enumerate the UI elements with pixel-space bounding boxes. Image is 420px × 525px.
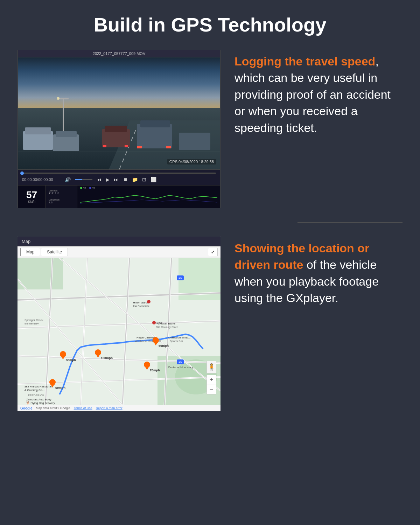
svg-rect-3 — [25, 127, 51, 134]
svg-text:IHOP: IHOP — [156, 322, 162, 324]
svg-rect-9 — [125, 145, 128, 147]
svg-text:78mph: 78mph — [150, 369, 160, 372]
section1-highlight: Logging the travel speed — [234, 55, 375, 68]
section2-text: Showing the location or driven route of … — [234, 240, 402, 307]
map-tab-map[interactable]: Map — [20, 248, 40, 256]
map-toolbar: Map Satellite ⤢ — [18, 246, 220, 258]
legend-dot-v1 — [80, 187, 82, 189]
longitude-row: Longitude: 2.3 — [49, 198, 74, 204]
fullscreen-icon[interactable]: ⬜ — [150, 177, 156, 182]
map-zoom-controls: + − — [206, 375, 216, 394]
map-col: Map Map Satellite ⤢ — [18, 237, 220, 411]
volume-icon[interactable]: 🔊 — [65, 177, 71, 182]
svg-text:& Catering Co...: & Catering Co... — [24, 388, 44, 392]
svg-text:Zamora's Auto Body: Zamora's Auto Body — [26, 398, 51, 401]
longitude-label: Longitude: — [49, 198, 74, 201]
svg-point-80 — [49, 379, 56, 385]
zoom-out-button[interactable]: − — [206, 385, 216, 394]
player-controls: 00:00:00/00:00:00 🔊 ⏮ ▶ ⏭ ⏹ 📁 ⊡ ⬜ — [18, 169, 220, 185]
chart-legend: V1 V2 — [80, 187, 217, 189]
speed-chart-svg — [80, 190, 217, 204]
controls-row: 00:00:00/00:00:00 🔊 ⏮ ▶ ⏭ ⏹ 📁 ⊡ ⬜ — [22, 177, 216, 182]
legend-dot-v2 — [89, 187, 91, 189]
data-panel: 57 KM/h Latitude: 1111111 Longitude: 2.3 — [18, 185, 220, 208]
svg-text:66mph: 66mph — [159, 344, 169, 348]
svg-text:🐕 Flying Dog Brewery: 🐕 Flying Dog Brewery — [26, 401, 55, 405]
svg-rect-20 — [18, 258, 63, 289]
map-report[interactable]: Report a map error — [96, 406, 122, 410]
svg-text:85: 85 — [178, 361, 182, 364]
svg-point-71 — [95, 349, 101, 356]
progress-bar[interactable] — [22, 173, 216, 174]
svg-rect-5 — [56, 131, 77, 137]
map-expand-button[interactable]: ⤢ — [208, 248, 218, 256]
svg-rect-7 — [105, 126, 127, 132]
svg-text:50mph: 50mph — [55, 386, 65, 390]
map-container: Map Map Satellite ⤢ — [18, 237, 220, 411]
longitude-value: 2.3 — [49, 201, 74, 204]
road-scene-svg — [18, 57, 220, 169]
legend-v2: V2 — [89, 187, 96, 189]
stop-icon[interactable]: ⏹ — [123, 177, 128, 182]
play-icon[interactable]: ▶ — [106, 177, 110, 182]
google-logo: Google — [20, 406, 32, 410]
map-data-copyright: Map data ©2019 Google — [36, 406, 70, 410]
zoom-in-button[interactable]: + — [206, 375, 216, 385]
svg-text:FREDERICK: FREDERICK — [28, 394, 44, 397]
svg-point-68 — [60, 351, 66, 357]
skip-back-icon[interactable]: ⏮ — [97, 177, 102, 182]
section-divider — [298, 222, 402, 223]
section-2: Map Map Satellite ⤢ — [18, 237, 402, 411]
svg-rect-12 — [137, 146, 142, 148]
svg-point-66 — [147, 300, 150, 303]
latitude-row: Latitude: 1111111 — [49, 189, 74, 195]
map-title: Map — [18, 237, 220, 246]
gps-stamp: GPS 04/08/2020 18:29:58 — [167, 159, 216, 164]
svg-rect-10 — [137, 124, 172, 148]
svg-text:Old Country Store: Old Country Store — [156, 326, 178, 329]
svg-text:Champion Billiar...: Champion Billiar... — [168, 336, 190, 339]
speed-value: 57 — [26, 190, 37, 200]
street-view-icon[interactable]: 🧍 — [206, 361, 216, 373]
svg-rect-13 — [166, 146, 171, 148]
map-svg: Springer Creek Elementary Hilton Garden … — [18, 258, 220, 405]
map-terms[interactable]: Terms of Use — [74, 406, 92, 410]
svg-text:100mph: 100mph — [101, 356, 113, 360]
svg-text:Elementary: Elementary — [24, 322, 38, 325]
svg-rect-14 — [179, 133, 210, 150]
crop-icon[interactable]: ⊡ — [142, 177, 146, 182]
svg-point-18 — [57, 97, 59, 100]
speed-unit: KM/h — [28, 200, 35, 203]
svg-text:Regal Cinemas: Regal Cinemas — [136, 336, 156, 339]
svg-rect-11 — [140, 120, 170, 127]
svg-text:Sports Bar: Sports Bar — [170, 340, 183, 343]
svg-point-64 — [152, 321, 156, 324]
time-display: 00:00:00/00:00:00 — [22, 177, 61, 182]
svg-rect-17 — [58, 98, 69, 99]
svg-rect-8 — [103, 145, 106, 147]
skip-forward-icon[interactable]: ⏭ — [114, 177, 119, 182]
svg-text:80mph: 80mph — [66, 358, 76, 362]
section-1: 2022_0177_057777_009.MOV — [18, 50, 402, 208]
legend-v1: V1 — [80, 187, 86, 189]
video-player-col: 2022_0177_057777_009.MOV — [18, 50, 220, 208]
map-tab-satellite[interactable]: Satellite — [41, 248, 68, 256]
section1-description: Logging the travel speed, which can be v… — [234, 50, 402, 136]
svg-text:aka Friscos Restaurant: aka Friscos Restaurant — [24, 385, 54, 388]
map-visual: Springer Creek Elementary Hilton Garden … — [18, 258, 220, 405]
video-container: 2022_0177_057777_009.MOV — [18, 50, 220, 208]
page-wrapper: Build in GPS Technology 2022_0177_057777… — [0, 0, 420, 525]
svg-text:85: 85 — [178, 277, 182, 280]
section1-text: Logging the travel speed, which can be v… — [234, 53, 402, 136]
svg-text:Center at Monocacy: Center at Monocacy — [168, 366, 193, 369]
progress-dot — [20, 172, 24, 175]
latitude-label: Latitude: — [49, 189, 74, 192]
folder-icon[interactable]: 📁 — [132, 177, 138, 182]
chart-area: V1 V2 — [77, 186, 220, 208]
video-screen: GPS 04/08/2020 18:29:58 — [18, 57, 220, 169]
speed-display: 57 KM/h — [18, 186, 46, 208]
svg-point-77 — [144, 362, 150, 368]
gps-data-col: Latitude: 1111111 Longitude: 2.3 — [46, 186, 77, 208]
volume-slider[interactable] — [75, 179, 92, 180]
section2-description: Showing the location or driven route of … — [234, 237, 402, 307]
